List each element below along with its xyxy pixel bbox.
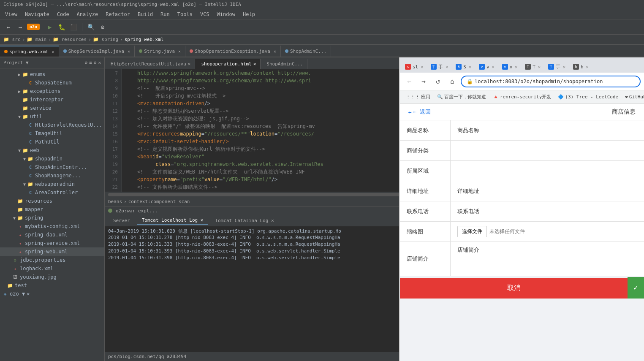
menu-navigate[interactable]: Navigate bbox=[22, 11, 53, 18]
bookmark-leetcode[interactable]: 🔷 (3) Tree - LeetCode bbox=[555, 93, 621, 100]
tree-item-o2o[interactable]: ◈ o2o ▼ ✕ bbox=[0, 290, 104, 298]
bookmark-apps[interactable]: ⋮⋮⋮ 应用 bbox=[403, 93, 433, 101]
expand-arrow[interactable]: ▼ bbox=[12, 216, 17, 220]
close-tab-icon[interactable]: ✕ bbox=[538, 65, 541, 69]
tree-item-spring-dao[interactable]: ✦ spring-dao.xml bbox=[0, 231, 104, 239]
tree-item-jdbc-properties[interactable]: ⚙ jdbc.properties bbox=[0, 256, 104, 264]
close-tab-icon[interactable]: ✕ bbox=[188, 61, 191, 67]
menu-vcs[interactable]: VCS bbox=[197, 11, 213, 18]
form-value-address[interactable]: 详细地址 bbox=[451, 181, 644, 201]
file-tab-string[interactable]: String.java ✕ bbox=[135, 46, 185, 57]
close-icon[interactable]: ✕ bbox=[27, 291, 30, 297]
browser-tab-s[interactable]: S S ✕ bbox=[452, 61, 475, 73]
browser-forward-btn[interactable]: → bbox=[418, 76, 429, 87]
tree-item-imageutil[interactable]: C ImageUtil bbox=[0, 129, 104, 138]
form-value-category[interactable] bbox=[451, 141, 644, 160]
close-tab-icon[interactable]: ✕ bbox=[515, 65, 517, 69]
menu-help[interactable]: Help bbox=[239, 11, 258, 18]
tree-item-util[interactable]: ▼ 📁 util bbox=[0, 112, 104, 121]
tree-item-enums[interactable]: ▶ 📁 enums bbox=[0, 70, 104, 79]
menu-view[interactable]: View bbox=[2, 11, 21, 18]
form-value-area[interactable] bbox=[451, 161, 644, 181]
tree-item-spring-service[interactable]: ✦ spring-service.xml bbox=[0, 239, 104, 247]
close-tab-icon[interactable]: ✕ bbox=[421, 65, 423, 69]
tree-item-resources[interactable]: 📁 resources bbox=[0, 197, 104, 205]
menu-build[interactable]: Build bbox=[134, 11, 156, 18]
browser-back-btn[interactable]: ← bbox=[403, 76, 415, 87]
bookmark-baidu[interactable]: 🔍 百度一下，你就知道 bbox=[435, 93, 489, 101]
browser-refresh-btn[interactable]: ↺ bbox=[432, 76, 444, 87]
file-tab-shopadmin[interactable]: ShopAdminC... bbox=[281, 46, 331, 57]
browser-tab-hand[interactable]: 手 手 ✕ bbox=[427, 61, 451, 73]
settings-button[interactable]: ⚙ bbox=[98, 22, 108, 32]
tree-item-shopmanagement[interactable]: C ShopManageme... bbox=[0, 171, 104, 180]
run-button[interactable]: ▶ bbox=[45, 22, 55, 32]
back-button[interactable]: ← ← 返回 bbox=[408, 108, 431, 116]
bookmark-renren[interactable]: 🔺 renren-security开发 bbox=[490, 93, 554, 101]
close-tab-icon[interactable]: ✕ bbox=[446, 65, 448, 69]
browser-tab-t[interactable]: T T ✕ bbox=[522, 61, 544, 73]
menu-tools[interactable]: Tools bbox=[174, 11, 196, 18]
close-tab-icon[interactable]: ✕ bbox=[563, 65, 565, 69]
tree-close-icon[interactable]: ✕ bbox=[98, 60, 101, 65]
browser-tab-v1[interactable]: v v ✕ bbox=[476, 61, 498, 73]
expand-arrow[interactable]: ▶ bbox=[17, 72, 22, 77]
browser-tab-h[interactable]: h h ✕ bbox=[570, 61, 592, 73]
file-tab-spring-web-xml[interactable]: spring-web.xml ✕ bbox=[0, 46, 59, 57]
menu-analyze[interactable]: Analyze bbox=[73, 11, 102, 18]
editor-tab-shopadmin[interactable]: ShopAdminC... bbox=[261, 59, 307, 69]
tab-tomcat-localhost[interactable]: Tomcat Localhost Log ✕ bbox=[137, 217, 209, 225]
tree-item-exceptions[interactable]: ▶ 📁 exceptions bbox=[0, 87, 104, 95]
tree-item-shopadmin-folder[interactable]: ▼ 📁 shopadmin bbox=[0, 155, 104, 163]
close-tab-icon[interactable]: ✕ bbox=[201, 217, 204, 223]
tree-item-spring-folder[interactable]: ▼ 📁 spring bbox=[0, 214, 104, 222]
menu-code[interactable]: Code bbox=[54, 11, 73, 18]
close-tab-icon[interactable]: ✕ bbox=[469, 65, 471, 69]
form-value-description[interactable]: 店铺简介 bbox=[451, 242, 644, 276]
tree-item-test[interactable]: 📁 test bbox=[0, 281, 104, 290]
menu-run[interactable]: Run bbox=[157, 11, 173, 18]
expand-arrow[interactable]: ▼ bbox=[17, 148, 22, 153]
tree-item-mapper[interactable]: 📁 mapper bbox=[0, 205, 104, 214]
forward-button[interactable]: → bbox=[15, 22, 25, 32]
editor-tab-httpservlet[interactable]: HttpServletRequestUtil.java ✕ bbox=[105, 59, 195, 69]
tree-gear-icon[interactable]: ⚙ bbox=[85, 60, 88, 65]
expand-arrow[interactable]: ▼ bbox=[22, 157, 27, 161]
tree-item-mybatis-config[interactable]: ✦ mybatis-config.xml bbox=[0, 222, 104, 231]
tree-item-httpservlet[interactable]: C HttpServletRequestU... bbox=[0, 121, 104, 129]
close-tab-icon[interactable]: ✕ bbox=[52, 49, 54, 54]
confirm-button[interactable]: ✓ bbox=[628, 277, 644, 299]
tab-tomcat-catalina[interactable]: Tomcat Catalina Log ✕ bbox=[210, 217, 279, 224]
tree-item-shopadmincontr[interactable]: C ShopAdminContr... bbox=[0, 163, 104, 171]
search-button[interactable]: 🔍 bbox=[86, 22, 96, 32]
stop-button[interactable]: ⬛ bbox=[68, 22, 79, 32]
bookmark-github[interactable]: ❤ GitHub bbox=[622, 93, 644, 100]
tree-item-areacontroller[interactable]: C AreaController bbox=[0, 188, 104, 197]
tree-item-interceptor[interactable]: 📁 interceptor bbox=[0, 95, 104, 104]
scrollbar-thumb[interactable] bbox=[108, 193, 432, 196]
tree-expand-icon[interactable]: ≡ bbox=[89, 60, 92, 65]
browser-tab-sl[interactable]: s sl ✕ bbox=[402, 61, 427, 73]
expand-arrow[interactable]: ▼ bbox=[17, 114, 22, 119]
file-tab-shopserviceimpl[interactable]: ShopServiceImpl.java ✕ bbox=[59, 46, 135, 57]
editor-tab-shopoperation[interactable]: shopoperation.html ✕ bbox=[195, 59, 261, 69]
close-tab-icon[interactable]: ✕ bbox=[492, 65, 495, 69]
menu-window[interactable]: Window bbox=[214, 11, 239, 18]
browser-tab-hand2[interactable]: 手 手 ✕ bbox=[545, 61, 569, 73]
close-tab-icon[interactable]: ✕ bbox=[178, 49, 181, 54]
tree-item-shopsateenum[interactable]: C ShopSateEnum bbox=[0, 79, 104, 87]
tree-item-youxiang[interactable]: 🖼 youxiang.jpg bbox=[0, 273, 104, 281]
tree-item-spring-web[interactable]: ✦ spring-web.xml bbox=[0, 247, 104, 256]
tree-item-web[interactable]: ▼ 📁 web bbox=[0, 146, 104, 155]
tree-item-websuperadmin[interactable]: ▼ 📁 websuperadmin bbox=[0, 180, 104, 188]
tab-server[interactable]: Server bbox=[108, 217, 135, 224]
tree-item-pathutil[interactable]: C PathUtil bbox=[0, 138, 104, 146]
form-value-shopname[interactable]: 商品名称 bbox=[451, 120, 644, 140]
close-tab-icon[interactable]: ✕ bbox=[271, 218, 274, 223]
menu-refactor[interactable]: Refactor bbox=[102, 11, 133, 18]
choose-file-button[interactable]: 选择文件 bbox=[457, 226, 487, 237]
file-tab-shopoperation[interactable]: ShopOperationException.java ✕ bbox=[185, 46, 281, 57]
expand-arrow[interactable]: ▶ bbox=[17, 89, 22, 94]
expand-arrow[interactable]: ▼ bbox=[22, 182, 27, 187]
close-tab-icon[interactable]: ✕ bbox=[274, 49, 276, 54]
